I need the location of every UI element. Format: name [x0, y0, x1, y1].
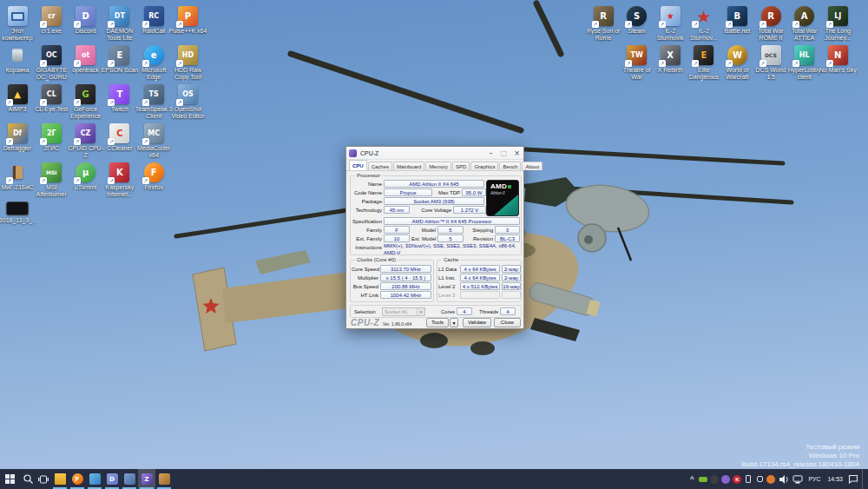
tray-icon-phone-tray[interactable] — [744, 474, 753, 484]
desktop-icon-battle-net[interactable]: B ↗ Battle.net — [720, 6, 753, 35]
desktop-icon-il2-sturmovik-2[interactable]: ★ ↗ IL-2 Sturmov... — [687, 6, 720, 42]
tray-icon-plug-tray[interactable] — [755, 474, 764, 484]
task-view-button[interactable] — [36, 469, 51, 489]
app-icon: ★ ↗ — [694, 6, 713, 26]
name-value: AMD Athlon II X4 645 — [384, 180, 484, 188]
maximize-button[interactable]: □ — [497, 147, 510, 160]
desktop-icon-wow[interactable]: W ↗ World of Warcraft — [720, 45, 753, 81]
tab-cpu[interactable]: CPU — [349, 160, 367, 170]
desktop-icon-elite-dangerous[interactable]: E ↗ Elite Dangerous — [687, 45, 720, 81]
desktop-icon-x-rebirth[interactable]: X ↗ X Rebirth — [654, 45, 687, 74]
app-icon: K ↗ — [109, 162, 129, 182]
socket-selector[interactable]: Socket #1 ▾ — [382, 307, 425, 316]
taskbar-app-cpu-z[interactable]: Z — [138, 469, 155, 489]
desktop-icon-label: CPUID CPU-Z — [67, 145, 105, 159]
desktop-icon-mig-21bis[interactable]: ↗ МиГ-21БиС — [1, 162, 34, 191]
desktop-icon-cl-eye-test[interactable]: CL ↗ CL-Eye Test — [35, 84, 68, 113]
desktop-icon-no-mans-sky[interactable]: N ↗ No Man's Sky — [821, 45, 854, 74]
close-window-button[interactable]: Close — [494, 318, 521, 327]
desktop-icon-twitch[interactable]: T ↗ Twitch — [103, 84, 136, 113]
taskbar-app-discord[interactable]: D — [103, 469, 121, 489]
taskbar-app-blue-app[interactable] — [121, 469, 138, 489]
taskbar-app-firefox[interactable]: F — [69, 469, 86, 489]
taskbar-app-photos-app[interactable] — [86, 469, 103, 489]
task-view-icon — [38, 475, 49, 484]
clock[interactable]: 14:53 — [825, 476, 845, 482]
taskbar-app-orange-app[interactable] — [155, 469, 173, 489]
volume-icon[interactable] — [779, 474, 789, 484]
cpuz-titlebar[interactable]: CPU-Z – □ × — [346, 147, 523, 160]
desktop-icon-utorrent[interactable]: µ ↗ µTorrent — [69, 162, 102, 191]
ext-model-value: 5 — [437, 235, 464, 242]
desktop-icon-rome2[interactable]: R ↗ Total War ROME II — [754, 6, 787, 42]
tab-memory[interactable]: Memory — [425, 162, 451, 170]
desktop-icon-edge[interactable]: e ↗ Microsoft Edge — [137, 45, 170, 81]
tab-about[interactable]: About — [522, 162, 542, 170]
app-icon: C ↗ — [109, 123, 129, 143]
app-icon-glyph: P — [185, 11, 191, 21]
desktop-icon-recycle-bin[interactable]: ↗ Корзина — [1, 45, 34, 74]
desktop-icon-this-pc[interactable]: ↗ Этот компьютер — [1, 6, 34, 42]
taskbar-app-icon — [55, 473, 66, 485]
taskbar-app-file-explorer[interactable] — [51, 469, 69, 489]
desktop-icon-il2-sturmovik[interactable]: ★ ↗ IL-2 Sturmovik — [654, 6, 687, 42]
desktop-icon-msi-afterburner[interactable]: MSI ↗ MSI Afterburner — [35, 162, 68, 198]
tab-caches[interactable]: Caches — [368, 162, 392, 170]
tools-button[interactable]: Tools — [426, 318, 449, 327]
l1-inst-ways: 2-way — [502, 274, 521, 281]
desktop-icon-long-journey[interactable]: LJ ↗ The Long Journey... — [821, 6, 854, 42]
desktop-icon-openshot[interactable]: OS ↗ OpenShot Video Editor — [172, 84, 205, 120]
tools-dropdown-button[interactable]: ▾ — [450, 318, 458, 327]
close-button[interactable]: × — [510, 147, 523, 160]
minimize-button[interactable]: – — [484, 147, 497, 160]
tray-icon-discord-tray[interactable] — [710, 474, 719, 484]
desktop-icon-firefox[interactable]: F ↗ Firefox — [137, 162, 170, 191]
language-indicator[interactable]: РУС — [806, 476, 822, 482]
desktop-icon-daemon-tools[interactable]: DT ↗ DAEMON Tools Lite — [103, 6, 136, 42]
tray-icon-kaspersky-tray[interactable]: K — [733, 474, 741, 484]
desktop-icon-aimp3[interactable]: ▲ ↗ AIMP3 — [1, 84, 34, 113]
tab-spd[interactable]: SPD — [452, 162, 470, 170]
desktop-icon-pulse-k[interactable]: P ↗ Pulse++K x64 — [172, 6, 205, 35]
app-icon-glyph: LJ — [834, 12, 841, 20]
search-button[interactable] — [20, 469, 36, 489]
tab-bench[interactable]: Bench — [499, 162, 521, 170]
network-icon[interactable] — [792, 474, 803, 484]
tray-icon-purple-tray[interactable] — [721, 474, 730, 484]
desktop-icon-hdd-raw-copy[interactable]: HD ↗ HDD Raw Copy Tool — [172, 45, 205, 81]
action-center-icon[interactable] — [848, 474, 858, 484]
desktop-icon-mediacoder[interactable]: MC ↗ MediaCoder x64 — [137, 123, 170, 159]
desktop-icon-theatre-of-war[interactable]: TW ↗ Theatre of War — [621, 45, 654, 81]
desktop-icon-ryse[interactable]: R ↗ Ryse Son of Rome — [587, 6, 620, 42]
tray-icon-hidden-icons[interactable]: ^ — [687, 474, 696, 484]
desktop-icon-2gis[interactable]: 2Г ↗ 2ГИС — [35, 123, 68, 152]
tab-graphics[interactable]: Graphics — [470, 162, 498, 170]
desktop-icon-opentrack[interactable]: ot ↗ opentrack — [69, 45, 102, 74]
desktop-icon-video-file[interactable]: ↗ 2018_11_3_... — [1, 202, 34, 231]
desktop-icon-geforce-experience[interactable]: G ↗ GeForce Experience — [69, 84, 102, 120]
desktop-icon-kaspersky[interactable]: K ↗ Kaspersky Internet... — [103, 162, 136, 198]
desktop-icon-dcs-world[interactable]: DCS ↗ DCS World 1.5 — [754, 45, 787, 81]
desktop-icon-cpuid-cpu-z[interactable]: CZ ↗ CPUID CPU-Z — [69, 123, 102, 159]
app-icon-glyph: TS — [149, 90, 159, 98]
desktop-icon-discord[interactable]: D ↗ Discord — [69, 6, 102, 35]
start-button[interactable] — [0, 469, 20, 489]
desktop-icon-attila[interactable]: A ↗ Total War ATTILA — [788, 6, 821, 42]
validate-button[interactable]: Validate — [463, 318, 491, 327]
show-desktop-button[interactable] — [862, 469, 865, 489]
desktop-icon-cr1-exe[interactable]: cr ↗ cr1.exe — [35, 6, 68, 35]
shortcut-arrow-icon: ↗ — [6, 177, 13, 184]
desktop-icon-defraggler[interactable]: Df ↗ Defraggler — [1, 123, 34, 152]
tab-mainboard[interactable]: Mainboard — [393, 162, 424, 170]
desktop-icon-ccleaner[interactable]: C ↗ CCleaner — [103, 123, 136, 152]
desktop-icon-hyperlobby[interactable]: HL ↗ HyperLobby client — [788, 45, 821, 81]
tray-icon-green-tray[interactable] — [699, 474, 707, 484]
processor-groupbox: Processor Name AMD Athlon II X4 645 AMD … — [350, 175, 522, 255]
ext-family-label: Ext. Family — [352, 235, 382, 242]
desktop-icon-epson-scan[interactable]: E ↗ EPSON Scan — [103, 45, 136, 74]
tray-icon-comet-tray[interactable] — [766, 474, 775, 484]
desktop-icon-oc-guru[interactable]: OC ↗ GIGABYTE OC_GURU — [35, 45, 68, 81]
desktop-icon-steam[interactable]: S ↗ Steam — [621, 6, 654, 35]
desktop-icon-raidcall[interactable]: RC ↗ RaidCall — [137, 6, 170, 35]
desktop-icon-teamspeak3[interactable]: TS ↗ TeamSpeak 3 Client — [137, 84, 170, 120]
